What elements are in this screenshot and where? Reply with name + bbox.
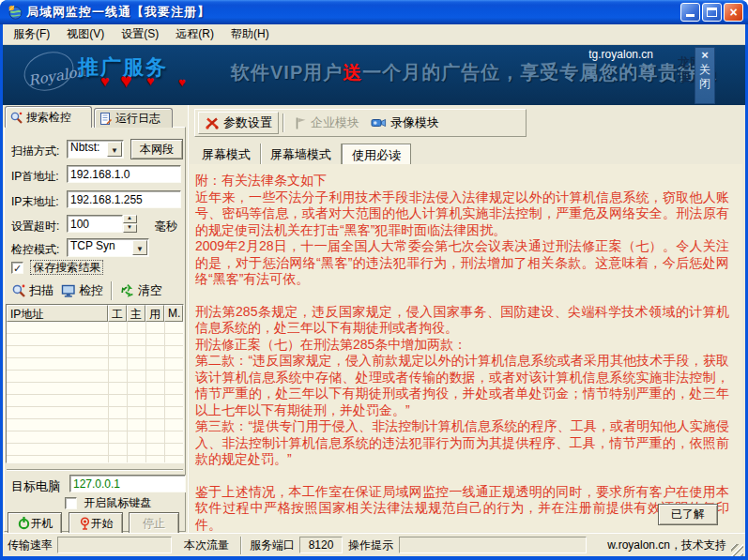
close-icon — [725, 4, 742, 21]
menu-item-settings[interactable]: 设置(S) — [113, 23, 167, 45]
column-header-4[interactable]: M. — [164, 305, 183, 322]
close-button[interactable] — [724, 3, 743, 22]
ip-start-input[interactable]: 192.168.1.0 — [67, 165, 181, 183]
toolbar-separator — [282, 114, 284, 132]
promo-message-highlight: 送 — [343, 62, 362, 83]
tab-screen-mode[interactable]: 屏幕模式 — [192, 144, 261, 164]
power-icon — [17, 516, 31, 530]
right-panel: 参数设置 企业模块 录像模块 屏幕模式 屏幕墙模式 — [188, 105, 745, 533]
spinner-up-icon[interactable] — [123, 215, 137, 223]
timeout-label: 设置超时: — [11, 215, 66, 235]
banner-close-button[interactable]: × 关 闭 — [695, 47, 715, 104]
monitor-mode-select[interactable]: TCP Syn — [67, 238, 149, 257]
support-text: w.royalon.cn，技术支持 — [587, 537, 729, 553]
results-table-body — [7, 322, 183, 462]
left-panel: 搜索检控 运行日志 扫描方式: Nbtst: 本网段 IP首地址: 192.16… — [3, 105, 188, 533]
minimize-button[interactable] — [680, 3, 700, 22]
column-header-2[interactable]: 主 — [127, 305, 145, 322]
service-port-value: 8120 — [299, 537, 343, 553]
subnet-button[interactable]: 本网段 — [130, 139, 183, 159]
save-results-checkbox[interactable]: ✓ — [11, 262, 23, 274]
ip-end-label: IP末地址: — [11, 190, 66, 210]
heart-icon: ♥ — [120, 69, 131, 92]
window-title: 局域网监控一线通【我要注册】 — [26, 4, 680, 21]
ip-start-label: IP首地址: — [11, 165, 66, 185]
minimize-icon — [686, 14, 695, 17]
separator-line — [7, 469, 183, 471]
transfer-rate-field — [57, 537, 172, 553]
transfer-rate-label: 传输速率 — [5, 537, 57, 553]
target-pc-input[interactable]: 127.0.0.1 — [69, 475, 186, 492]
promo-banner[interactable]: Royalon 推广服务 ♥ ♥ ♥ ♥ 软件VIP用户送一个月的广告位，享受专… — [3, 45, 745, 105]
timeout-unit-label: 毫秒 — [155, 219, 177, 235]
operation-tip-field — [399, 537, 587, 553]
record-module-button[interactable]: 录像模块 — [365, 112, 445, 134]
dropdown-arrow-icon[interactable] — [107, 142, 122, 157]
notice-paragraph: 第二款：“违反国家规定，侵入前款规定以外的计算机信息系统或者采用其他技术手段，获… — [195, 353, 729, 418]
promo-message-prefix: 软件VIP用户 — [231, 62, 343, 83]
dropdown-arrow-icon[interactable] — [132, 240, 147, 255]
heart-icon: ♥ — [178, 75, 186, 89]
mouse-keyboard-label[interactable]: 开启鼠标键盘 — [84, 496, 151, 509]
app-window: 局域网监控一线通【我要注册】 服务(F) 视图(V) 设置(S) 远程(R) 帮… — [0, 0, 748, 560]
menu-item-remote[interactable]: 远程(R) — [167, 23, 222, 45]
acknowledge-button[interactable]: 已了解 — [658, 504, 718, 525]
banner-close-icon: × — [701, 48, 709, 63]
tab-run-log[interactable]: 运行日志 — [94, 108, 173, 128]
window-controls — [680, 3, 743, 22]
monitor-mode-value: TCP Syn — [68, 236, 118, 252]
resize-grip[interactable] — [731, 544, 743, 556]
power-on-label: 开机 — [31, 517, 53, 530]
params-icon — [205, 116, 220, 130]
grid-line — [164, 322, 165, 462]
banner-close-label: 关 — [699, 63, 710, 77]
ip-end-input[interactable]: 192.168.1.255 — [67, 190, 181, 208]
grid-line — [145, 322, 146, 462]
notice-paragraph: 2009年2月28日，十一届全国人大常委会第七次会议表决通过刑法修正案（七）。令… — [195, 238, 729, 288]
params-settings-button[interactable]: 参数设置 — [198, 112, 279, 134]
column-header-3[interactable]: 用 — [145, 305, 164, 322]
results-table-header: IP地址 工 主 用 M. — [7, 305, 183, 322]
enterprise-module-button[interactable]: 企业模块 — [288, 112, 365, 134]
title-bar: 局域网监控一线通【我要注册】 — [0, 0, 748, 24]
record-icon — [371, 116, 387, 129]
column-header-ip[interactable]: IP地址 — [7, 305, 108, 322]
grid-line — [127, 322, 128, 462]
menu-item-help[interactable]: 帮助(H) — [222, 23, 278, 45]
heart-icon: ♥ — [146, 73, 154, 88]
app-icon — [8, 5, 23, 20]
save-results-label[interactable]: 保存搜索结果 — [30, 260, 103, 275]
monitor-button[interactable]: 检控 — [57, 280, 107, 301]
spinner-down-icon[interactable] — [123, 224, 137, 233]
maximize-button[interactable] — [702, 3, 722, 22]
start-label: 开始 — [91, 517, 114, 530]
scan-mode-select[interactable]: Nbtst: — [67, 140, 124, 159]
record-module-label: 录像模块 — [390, 114, 439, 131]
monitor-icon — [61, 284, 76, 298]
column-header-1[interactable]: 工 — [108, 305, 127, 322]
toolbar-separator — [111, 281, 113, 300]
heart-icon: ♥ — [100, 73, 110, 90]
menu-item-service[interactable]: 服务(F) — [5, 23, 58, 45]
tab-screen-wall-mode[interactable]: 屏幕墙模式 — [261, 144, 342, 164]
maximize-icon — [707, 8, 717, 17]
clear-button-label: 清空 — [138, 282, 162, 299]
tab-label: 搜索检控 — [26, 110, 71, 126]
log-icon — [99, 112, 113, 126]
menu-bar: 服务(F) 视图(V) 设置(S) 远程(R) 帮助(H) — [3, 24, 745, 45]
scan-button[interactable]: 扫描 — [8, 280, 57, 301]
notice-paragraph: 近年来，一些不法分子利用技术手段非法侵入法律规定以外的计算机信息系统，窃取他人账… — [195, 189, 729, 239]
timeout-input[interactable]: 100 — [67, 215, 123, 233]
tab-must-read[interactable]: 使用必读 — [342, 144, 411, 164]
mouse-keyboard-checkbox[interactable] — [65, 497, 77, 509]
traffic-label: 本次流量 — [181, 537, 237, 553]
status-bar: 传输速率 本次流量 服务端口 8120 操作提示 w.royalon.cn，技术… — [3, 533, 745, 556]
scan-button-label: 扫描 — [29, 282, 53, 299]
enterprise-icon — [294, 116, 307, 130]
clear-icon — [120, 283, 135, 298]
menu-item-view[interactable]: 视图(V) — [58, 23, 113, 45]
tab-label: 运行日志 — [115, 111, 160, 127]
tab-search-monitor[interactable]: 搜索检控 — [5, 106, 92, 128]
notice-paragraph: 刑法修正案（七）在刑法第285条中增加两款： — [195, 337, 729, 354]
clear-button[interactable]: 清空 — [116, 280, 166, 301]
